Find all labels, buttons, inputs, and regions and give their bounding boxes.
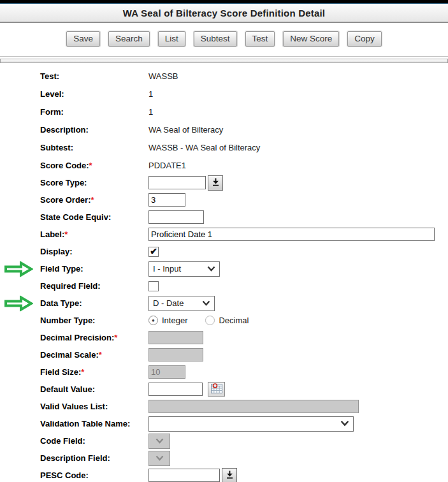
- field-size-label: Field Size:*: [40, 367, 148, 377]
- down-arrow-to-bar-icon: [226, 471, 233, 481]
- pesc-code-input[interactable]: [148, 469, 220, 482]
- required-asterisk: *: [81, 367, 84, 377]
- pesc-code-row: PESC Code:: [0, 467, 448, 482]
- field-size-row: Field Size:*: [0, 363, 448, 381]
- score-type-dropdown-button[interactable]: [208, 175, 223, 191]
- green-arrow-icon: [4, 261, 33, 277]
- subtest-label: Subtest:: [40, 143, 148, 152]
- required-asterisk: *: [114, 333, 117, 342]
- validation-table-name-select[interactable]: [148, 416, 354, 432]
- list-button[interactable]: List: [158, 31, 185, 47]
- required-field-checkbox[interactable]: [148, 281, 159, 291]
- field-type-select[interactable]: I - Input: [148, 261, 220, 277]
- toolbar: Save Search List Subtest Test New Score …: [0, 31, 448, 47]
- test-row: Test: WASSB: [0, 67, 448, 85]
- decimal-scale-label: Decimal Scale:*: [40, 350, 148, 360]
- number-type-label: Number Type:: [40, 316, 148, 325]
- level-row: Level: 1: [0, 85, 448, 103]
- valid-values-list-label: Valid Values List:: [40, 402, 148, 411]
- test-button[interactable]: Test: [245, 31, 275, 47]
- calendar-button[interactable]: [208, 382, 225, 397]
- chevron-down-icon: [202, 298, 210, 308]
- data-type-label: Data Type:: [40, 298, 148, 308]
- display-row: Display: ✔: [0, 243, 448, 260]
- decimal-precision-label: Decimal Precision:*: [40, 333, 148, 342]
- score-type-row: Score Type:: [0, 174, 448, 191]
- search-button[interactable]: Search: [108, 31, 150, 47]
- decimal-radio-label: Decimal: [219, 316, 249, 325]
- page-title: WA Seal of Bilteracy Score Definition De…: [123, 8, 326, 18]
- description-field-select: [148, 451, 170, 466]
- required-field-label: Required Field:: [40, 281, 148, 291]
- field-type-label: Field Type:: [40, 264, 148, 274]
- validation-table-name-row: Validation Table Name:: [0, 415, 448, 432]
- data-type-row: Data Type: D - Date: [0, 295, 448, 312]
- display-checkbox[interactable]: ✔: [148, 247, 159, 257]
- state-code-equiv-row: State Code Equiv:: [0, 208, 448, 226]
- description-value: WA Seal of Bilteracy: [148, 125, 223, 135]
- label-input[interactable]: [148, 228, 435, 241]
- state-code-equiv-label: State Code Equiv:: [40, 212, 148, 222]
- decimal-scale-input: [148, 348, 203, 362]
- score-order-input[interactable]: [148, 193, 185, 207]
- data-type-select[interactable]: D - Date: [148, 296, 215, 311]
- valid-values-list-row: Valid Values List:: [0, 398, 448, 415]
- pesc-code-dropdown-button[interactable]: [222, 468, 237, 482]
- copy-button[interactable]: Copy: [347, 31, 382, 47]
- level-value: 1: [148, 89, 153, 99]
- down-arrow-to-bar-icon: [212, 178, 219, 188]
- chevron-down-icon: [155, 453, 164, 463]
- test-label: Test:: [40, 71, 148, 81]
- form-row: Form: 1: [0, 103, 448, 120]
- integer-radio[interactable]: ●: [148, 316, 158, 325]
- test-value: WASSB: [148, 71, 178, 81]
- required-asterisk: *: [64, 230, 68, 239]
- divider-line: [0, 56, 448, 57]
- required-asterisk: *: [89, 161, 92, 170]
- pesc-code-label: PESC Code:: [40, 471, 148, 480]
- score-definition-form: Test: WASSB Level: 1 Form: 1 Description…: [0, 67, 448, 482]
- number-type-row: Number Type: ● Integer Decimal: [0, 312, 448, 329]
- validation-table-name-label: Validation Table Name:: [40, 419, 148, 428]
- subtest-value: WASSB - WA Seal of Bilteracy: [148, 143, 260, 152]
- radio-dot: ●: [152, 318, 155, 323]
- decimal-precision-input: [148, 331, 203, 344]
- score-type-input[interactable]: [148, 176, 206, 189]
- calendar-icon: [211, 383, 222, 395]
- decimal-scale-row: Decimal Scale:*: [0, 346, 448, 363]
- code-field-row: Code Field:: [0, 432, 448, 449]
- field-type-row: Field Type: I - Input: [0, 260, 448, 277]
- label-label: Label:*: [40, 230, 148, 239]
- score-code-value: PDDATE1: [148, 161, 186, 170]
- form-label: Form:: [40, 107, 148, 117]
- score-order-label: Score Order:*: [40, 195, 148, 205]
- description-field-row: Description Field:: [0, 449, 448, 467]
- label-row: Label:*: [0, 226, 448, 243]
- default-value-label: Default Value:: [40, 384, 148, 394]
- chevron-down-icon: [207, 264, 215, 274]
- integer-radio-label: Integer: [162, 316, 187, 325]
- chevron-down-icon: [340, 419, 349, 428]
- description-label: Description:: [40, 125, 148, 135]
- state-code-equiv-input[interactable]: [148, 210, 204, 224]
- chevron-down-icon: [155, 436, 164, 446]
- checkmark-icon: ✔: [150, 247, 157, 256]
- new-score-button[interactable]: New Score: [283, 31, 339, 47]
- code-field-select: [148, 434, 170, 449]
- score-type-label: Score Type:: [40, 178, 148, 187]
- divider-groove: [0, 59, 448, 63]
- page-header: WA Seal of Bilteracy Score Definition De…: [0, 4, 448, 23]
- description-row: Description: WA Seal of Bilteracy: [0, 120, 448, 138]
- required-asterisk: *: [99, 350, 102, 360]
- description-field-label: Description Field:: [40, 453, 148, 463]
- code-field-label: Code Field:: [40, 436, 148, 446]
- subtest-button[interactable]: Subtest: [194, 31, 237, 47]
- save-button[interactable]: Save: [66, 31, 100, 47]
- green-arrow-icon: [4, 295, 33, 311]
- default-value-input[interactable]: [148, 383, 203, 396]
- form-value: 1: [148, 107, 153, 117]
- score-order-row: Score Order:*: [0, 191, 448, 208]
- decimal-radio[interactable]: [205, 316, 215, 325]
- score-code-label: Score Code:*: [40, 161, 148, 170]
- score-code-row: Score Code:* PDDATE1: [0, 156, 448, 174]
